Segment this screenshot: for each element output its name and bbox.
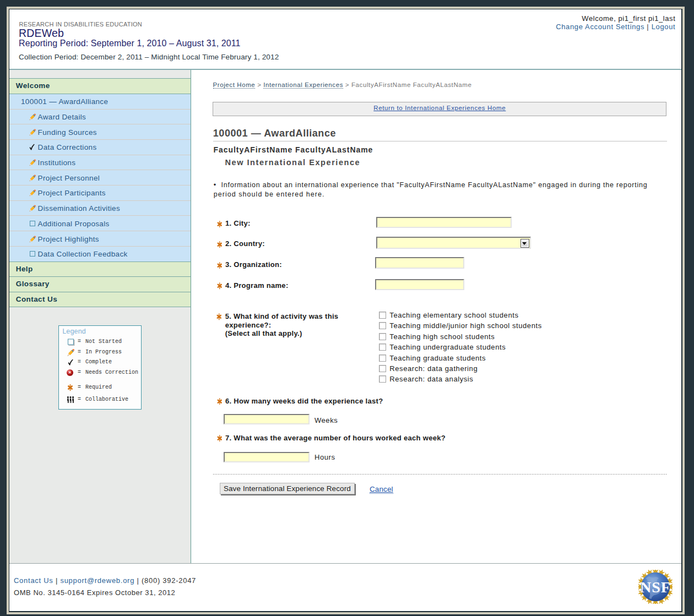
svg-text:NSF: NSF bbox=[640, 579, 671, 596]
